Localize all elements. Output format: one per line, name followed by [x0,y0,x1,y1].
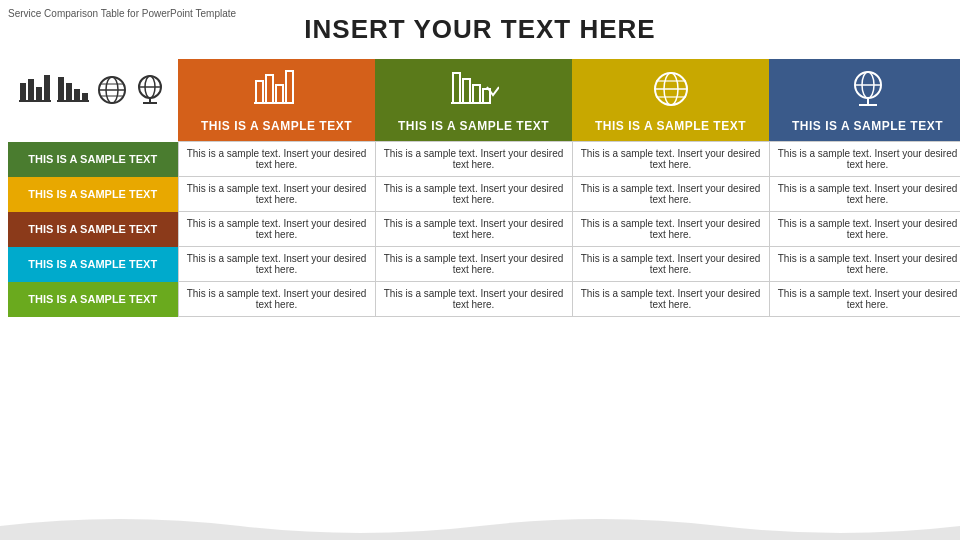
empty-header [8,111,178,142]
table-row: THIS IS A SAMPLE TEXTThis is a sample te… [8,142,960,177]
row-1-col-3: This is a sample text. Insert your desir… [769,177,960,212]
row-3-label: THIS IS A SAMPLE TEXT [8,247,178,282]
col4-icon [843,67,893,111]
svg-rect-5 [58,77,64,101]
row-2-col-3: This is a sample text. Insert your desir… [769,212,960,247]
bar-chart-icon-1 [18,73,54,107]
table-row: THIS IS A SAMPLE TEXTThis is a sample te… [8,247,960,282]
col3-icon [646,67,696,111]
col3-icon-cell [572,59,769,111]
globe-stand-icon-1 [132,73,168,107]
row-4-col-0: This is a sample text. Insert your desir… [178,282,375,317]
col3-header: THIS IS A SAMPLE TEXT [572,111,769,142]
comparison-table: THIS IS A SAMPLE TEXT THIS IS A SAMPLE T… [8,59,960,317]
svg-rect-27 [473,85,480,103]
row-4-label: THIS IS A SAMPLE TEXT [8,282,178,317]
row-1-col-2: This is a sample text. Insert your desir… [572,177,769,212]
row-0-col-0: This is a sample text. Insert your desir… [178,142,375,177]
svg-rect-6 [66,83,72,101]
col4-header: THIS IS A SAMPLE TEXT [769,111,960,142]
col1-icon [252,67,302,111]
svg-rect-7 [74,89,80,101]
row-2-label: THIS IS A SAMPLE TEXT [8,212,178,247]
col2-header: THIS IS A SAMPLE TEXT [375,111,572,142]
row-1-col-0: This is a sample text. Insert your desir… [178,177,375,212]
table-row: THIS IS A SAMPLE TEXTThis is a sample te… [8,212,960,247]
svg-rect-1 [28,79,34,101]
row-4-col-3: This is a sample text. Insert your desir… [769,282,960,317]
table-row: THIS IS A SAMPLE TEXTThis is a sample te… [8,282,960,317]
row-1-label: THIS IS A SAMPLE TEXT [8,177,178,212]
row-1-col-1: This is a sample text. Insert your desir… [375,177,572,212]
row-2-col-0: This is a sample text. Insert your desir… [178,212,375,247]
svg-rect-22 [276,85,283,103]
col2-icon [449,67,499,111]
svg-rect-25 [453,73,460,103]
globe-icon-1 [94,73,130,107]
row-2-col-1: This is a sample text. Insert your desir… [375,212,572,247]
row-0-col-2: This is a sample text. Insert your desir… [572,142,769,177]
svg-rect-21 [266,75,273,103]
row-4-col-1: This is a sample text. Insert your desir… [375,282,572,317]
row-3-col-3: This is a sample text. Insert your desir… [769,247,960,282]
row-2-col-2: This is a sample text. Insert your desir… [572,212,769,247]
table-row: THIS IS A SAMPLE TEXTThis is a sample te… [8,177,960,212]
row-0-col-3: This is a sample text. Insert your desir… [769,142,960,177]
row-4-col-2: This is a sample text. Insert your desir… [572,282,769,317]
col4-icon-cell [769,59,960,111]
col1-header: THIS IS A SAMPLE TEXT [178,111,375,142]
col1-icon-cell [178,59,375,111]
icon-row [8,59,960,111]
bar-chart-icon-2 [56,73,92,107]
svg-rect-26 [463,79,470,103]
row-3-col-0: This is a sample text. Insert your desir… [178,247,375,282]
row-0-label: THIS IS A SAMPLE TEXT [8,142,178,177]
col-header-row: THIS IS A SAMPLE TEXT THIS IS A SAMPLE T… [8,111,960,142]
col2-icon-cell [375,59,572,111]
svg-rect-2 [36,87,42,101]
comparison-table-wrapper: THIS IS A SAMPLE TEXT THIS IS A SAMPLE T… [0,59,960,317]
svg-rect-0 [20,83,26,101]
svg-rect-20 [256,81,263,103]
wave-decoration [0,512,960,540]
label-col-icons [8,59,178,111]
svg-rect-3 [44,75,50,101]
row-3-col-1: This is a sample text. Insert your desir… [375,247,572,282]
svg-rect-23 [286,71,293,103]
watermark-text: Service Comparison Table for PowerPoint … [8,8,236,19]
svg-rect-8 [82,93,88,101]
row-0-col-1: This is a sample text. Insert your desir… [375,142,572,177]
row-3-col-2: This is a sample text. Insert your desir… [572,247,769,282]
